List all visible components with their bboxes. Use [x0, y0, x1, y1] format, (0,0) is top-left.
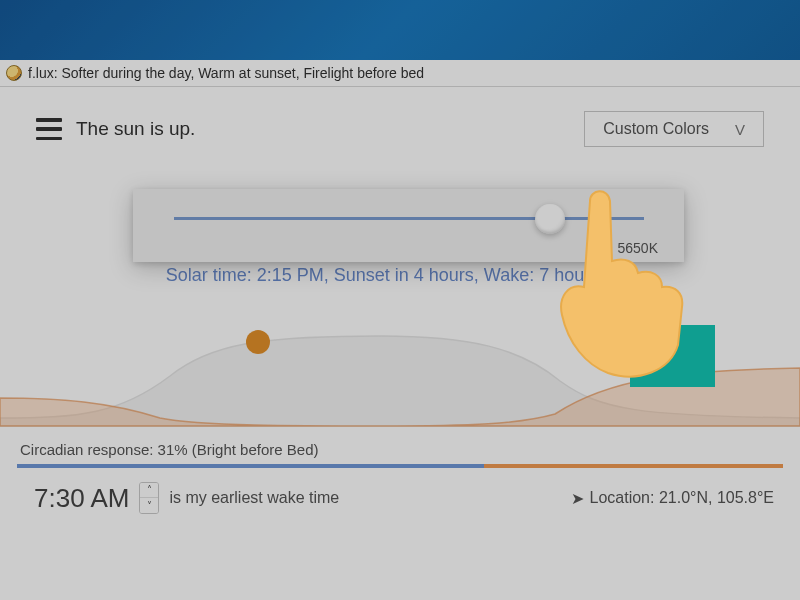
- titlebar[interactable]: f.lux: Softer during the day, Warm at su…: [0, 60, 800, 87]
- color-temp-slider-thumb[interactable]: [535, 204, 565, 234]
- color-temp-slider-track[interactable]: [174, 217, 644, 220]
- top-row: The sun is up. Custom Colors V: [0, 87, 800, 157]
- sun-marker-icon: [246, 330, 270, 354]
- color-preset-label: Custom Colors: [603, 120, 709, 138]
- day-cycle-chart: [0, 326, 800, 441]
- wake-time-up-button[interactable]: ˄: [140, 483, 158, 498]
- color-temp-value: 5650K: [618, 240, 658, 256]
- wake-time-down-button[interactable]: ˅: [140, 498, 158, 513]
- content-area: The sun is up. Custom Colors V 5650K Sol…: [0, 87, 800, 600]
- wake-time-suffix: is my earliest wake time: [169, 489, 339, 507]
- bottom-row: 7:30 AM ˄ ˅ is my earliest wake time ➤ L…: [0, 468, 800, 514]
- color-temp-slider-panel: 5650K: [133, 189, 684, 262]
- location-arrow-icon: ➤: [571, 489, 584, 508]
- flux-window: f.lux: Softer during the day, Warm at su…: [0, 60, 800, 600]
- wake-time-stepper[interactable]: ˄ ˅: [139, 482, 159, 514]
- wake-time-value: 7:30 AM: [34, 483, 129, 514]
- hamburger-icon[interactable]: [36, 118, 62, 140]
- sun-status-text: The sun is up.: [76, 118, 195, 140]
- chevron-down-icon: V: [735, 121, 745, 138]
- flux-app-icon: [6, 65, 22, 81]
- circadian-response-text: Circadian response: 31% (Bright before B…: [0, 441, 800, 464]
- titlebar-text: f.lux: Softer during the day, Warm at su…: [28, 65, 424, 81]
- color-preset-dropdown[interactable]: Custom Colors V: [584, 111, 764, 147]
- location-text: Location: 21.0°N, 105.8°E: [590, 489, 774, 507]
- location-link[interactable]: ➤ Location: 21.0°N, 105.8°E: [571, 489, 774, 508]
- day-cycle-svg: [0, 326, 800, 441]
- solar-time-text: Solar time: 2:15 PM, Sunset in 4 hours, …: [0, 265, 800, 286]
